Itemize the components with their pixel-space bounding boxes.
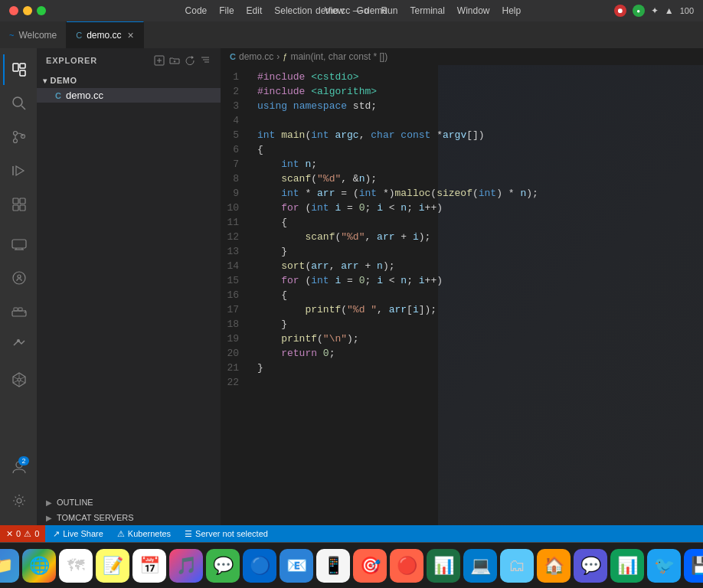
maximize-button[interactable] bbox=[37, 6, 46, 15]
activity-run[interactable] bbox=[3, 155, 34, 186]
tomcat-panel[interactable]: ▶ TOMCAT SERVERS bbox=[37, 510, 221, 525]
code-line: int main(int argc, char const *argv[]) bbox=[257, 128, 697, 142]
svg-point-6 bbox=[14, 139, 18, 143]
menu-code[interactable]: Code bbox=[185, 5, 208, 16]
demo-folder-header[interactable]: ▾ DEMO bbox=[37, 73, 221, 88]
refresh-button[interactable] bbox=[184, 54, 196, 67]
activity-extensions[interactable] bbox=[3, 189, 34, 220]
tab-welcome[interactable]: ~ Welcome bbox=[0, 21, 67, 48]
dock-chrome[interactable]: 🌐 bbox=[22, 549, 56, 583]
activity-settings[interactable] bbox=[3, 485, 34, 516]
dock-vscode[interactable]: 💻 bbox=[463, 549, 497, 583]
dock-excel[interactable]: 📊 bbox=[427, 549, 460, 583]
code-line bbox=[257, 375, 697, 390]
code-line: scanf("%d", arr + i); bbox=[257, 230, 697, 244]
explorer-demo-section: ▾ DEMO C demo.cc bbox=[37, 73, 221, 103]
dock-calendar[interactable]: 📅 bbox=[132, 549, 166, 583]
line-number: 15 bbox=[221, 273, 245, 288]
dock-stickies[interactable]: 🎯 bbox=[353, 549, 387, 583]
tab-close-button[interactable]: × bbox=[128, 30, 134, 41]
dock-chat[interactable]: 💬 bbox=[574, 549, 607, 583]
dock-maps[interactable]: 🗺 bbox=[59, 549, 93, 583]
dock-iphone[interactable]: 📱 bbox=[316, 549, 350, 583]
sidebar: EXPLORER bbox=[37, 48, 221, 525]
line-number: 20 bbox=[221, 346, 245, 361]
close-button[interactable] bbox=[9, 6, 18, 15]
dock-finder[interactable]: 📁 bbox=[0, 549, 19, 583]
file-demo-cc[interactable]: C demo.cc bbox=[37, 88, 221, 103]
tomcat-label: TOMCAT SERVERS bbox=[57, 513, 134, 522]
svg-rect-2 bbox=[20, 70, 25, 76]
status-live-share[interactable]: ↗ Live Share bbox=[47, 525, 110, 542]
profile-icon[interactable]: ● bbox=[633, 5, 645, 17]
dock-twitter[interactable]: 🐦 bbox=[647, 549, 681, 583]
activity-github[interactable] bbox=[3, 263, 34, 293]
collapse-all-button[interactable] bbox=[199, 54, 211, 67]
line-number: 10 bbox=[221, 201, 245, 215]
menu-help[interactable]: Help bbox=[502, 5, 522, 16]
code-line: printf("\n"); bbox=[257, 332, 697, 346]
svg-marker-9 bbox=[16, 166, 24, 175]
sidebar-actions bbox=[153, 54, 211, 67]
tomcat-chevron-icon: ▶ bbox=[46, 514, 52, 522]
svg-line-29 bbox=[13, 377, 18, 379]
dock-app-blue[interactable]: 🔵 bbox=[243, 549, 276, 583]
breadcrumb-file-icon: C bbox=[230, 52, 236, 61]
status-errors[interactable]: ✕ 0 ⚠ 0 bbox=[0, 525, 45, 542]
minimize-button[interactable] bbox=[23, 6, 32, 15]
line-number: 11 bbox=[221, 215, 245, 230]
main-area: 2 EXPLORER bbox=[0, 48, 703, 525]
activity-kubernetes[interactable] bbox=[3, 364, 34, 394]
error-count: 0 bbox=[16, 529, 21, 538]
activity-search[interactable] bbox=[3, 88, 34, 119]
status-server[interactable]: ☰ Server not selected bbox=[178, 525, 274, 542]
menu-file[interactable]: File bbox=[219, 5, 234, 16]
new-file-button[interactable] bbox=[153, 54, 165, 67]
dock-notes[interactable]: 📝 bbox=[96, 549, 129, 583]
svg-rect-0 bbox=[13, 64, 18, 71]
svg-point-24 bbox=[17, 339, 20, 342]
folder-chevron-icon: ▾ bbox=[43, 77, 47, 85]
menu-edit[interactable]: Edit bbox=[247, 5, 263, 16]
tab-demo[interactable]: C demo.cc × bbox=[67, 21, 144, 48]
code-line: { bbox=[257, 288, 697, 302]
status-kubernetes[interactable]: ⚠ Kubernetes bbox=[111, 525, 177, 542]
breadcrumb-symbol[interactable]: main(int, char const * []) bbox=[290, 51, 387, 62]
outline-label: OUTLINE bbox=[57, 498, 93, 507]
outline-chevron-icon: ▶ bbox=[46, 498, 52, 507]
code-editor[interactable]: 12345678910111213141516171819202122 #inc… bbox=[221, 65, 703, 525]
bluetooth-icon: ✦ bbox=[651, 5, 659, 16]
dock-mail[interactable]: 📧 bbox=[280, 549, 313, 583]
code-content[interactable]: #include <cstdio>#include <algorithm>usi… bbox=[251, 65, 697, 525]
activity-explorer[interactable] bbox=[3, 54, 34, 85]
activity-account[interactable]: 2 bbox=[3, 452, 34, 482]
dock-messages[interactable]: 💬 bbox=[206, 549, 240, 583]
server-icon: ☰ bbox=[185, 529, 192, 539]
dock-dropbox[interactable]: 💾 bbox=[684, 549, 703, 583]
wifi-icon: ▲ bbox=[665, 5, 674, 16]
svg-rect-1 bbox=[20, 64, 25, 68]
demo-folder-label: DEMO bbox=[51, 76, 77, 85]
activity-gitlenses[interactable] bbox=[3, 330, 34, 361]
line-number: 14 bbox=[221, 259, 245, 273]
menu-window[interactable]: Window bbox=[457, 5, 490, 16]
outline-panel[interactable]: ▶ OUTLINE bbox=[37, 495, 221, 510]
code-line: using namespace std; bbox=[257, 99, 697, 113]
dock-home[interactable]: 🏠 bbox=[537, 549, 571, 583]
dock-files[interactable]: 🗂 bbox=[500, 549, 534, 583]
svg-point-5 bbox=[14, 132, 18, 136]
dock-sublime[interactable]: 🔴 bbox=[390, 549, 423, 583]
dock-music[interactable]: 🎵 bbox=[169, 549, 203, 583]
menu-selection[interactable]: Selection bbox=[274, 5, 312, 16]
menu-terminal[interactable]: Terminal bbox=[410, 5, 444, 16]
code-line bbox=[257, 113, 697, 128]
activity-docker[interactable] bbox=[3, 296, 34, 327]
breadcrumb-sep1: › bbox=[276, 51, 280, 62]
activity-remote[interactable] bbox=[3, 229, 34, 260]
line-number: 3 bbox=[221, 99, 245, 113]
breadcrumb-file[interactable]: demo.cc bbox=[239, 51, 273, 62]
new-folder-button[interactable] bbox=[168, 54, 181, 67]
line-number: 5 bbox=[221, 128, 245, 142]
activity-source-control[interactable] bbox=[3, 122, 34, 152]
dock-sheets[interactable]: 📊 bbox=[610, 549, 644, 583]
